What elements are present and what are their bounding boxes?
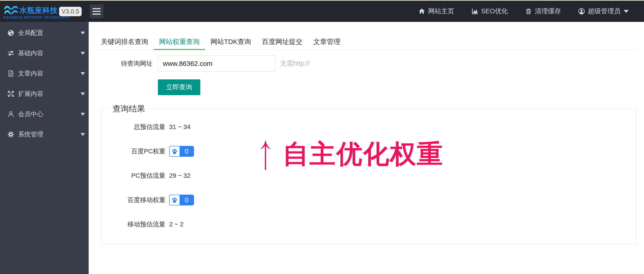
result-legend: 查询结果 [108,103,150,114]
user-circle-icon [578,8,585,15]
tab-site-weight[interactable]: 网站权重查询 [154,34,205,50]
result-row-baidu-pc-weight: 百度PC权重 0 [101,145,636,158]
nav-item-label: 清理缓存 [535,7,561,16]
baidu-paw-icon [170,195,180,205]
baidu-paw-icon [170,146,180,156]
sidebar-item-member-center[interactable]: 会员中心 [0,104,89,124]
nav-item-admin-user[interactable]: 超级管理员 [570,1,637,22]
sidebar-item-label: 系统管理 [18,130,43,139]
result-label: 百度PC权重 [101,147,165,156]
nav-item-clear-cache[interactable]: 清理缓存 [516,1,570,22]
home-icon [418,8,425,15]
expand-arrows-icon [8,90,14,97]
tab-baidu-url-submit[interactable]: 百度网址提交 [256,34,308,50]
sidebar-item-basic-content[interactable]: 基础内容 [0,43,89,63]
baidu-weight-badge[interactable]: 0 [169,146,194,157]
document-icon [8,70,14,77]
query-now-button[interactable]: 立即查询 [158,80,200,95]
caret-down-icon [624,10,629,13]
query-result-panel: 查询结果 总预估流量 31 ~ 34 百度PC权重 0 [101,108,636,244]
result-label: 移动预估流量 [101,220,165,229]
tab-site-tdk[interactable]: 网站TDK查询 [205,34,256,50]
result-row-total-traffic: 总预估流量 31 ~ 34 [101,121,636,133]
hamburger-icon [92,8,100,9]
url-hint-text: 无需http:// [280,59,310,68]
sidebar-item-label: 文章内容 [18,69,43,78]
waves-logo-icon [4,5,18,16]
tab-bar: 关键词排名查询 网站权重查询 网站TDK查询 百度网址提交 文章管理 [96,34,637,50]
result-row-baidu-mobile-weight: 百度移动权重 0 [101,194,636,206]
baidu-weight-value: 0 [180,195,194,205]
sidebar: 全局配置 基础内容 文章内容 扩展内容 [0,22,89,274]
result-row-pc-traffic: PC预估流量 29 ~ 32 [101,169,636,182]
brand-title: 水瓶座科技 [20,6,58,16]
url-input[interactable] [158,55,276,72]
nav-item-label: 超级管理员 [588,7,620,16]
person-icon [8,111,14,118]
sidebar-item-label: 基础内容 [18,49,43,58]
nav-item-seo[interactable]: SEO优化 [463,1,516,22]
main-content: 关键词排名查询 网站权重查询 网站TDK查询 百度网址提交 文章管理 待查询网址… [89,22,644,274]
nav-item-site-home[interactable]: 网站主页 [410,1,463,22]
nav-item-label: SEO优化 [481,7,508,16]
result-value: 31 ~ 34 [169,123,190,130]
nav-item-label: 网站主页 [428,7,454,16]
url-field-label: 待查询网址 [96,59,152,68]
tab-keyword-ranking[interactable]: 关键词排名查询 [96,34,154,50]
sidebar-toggle-button[interactable] [90,4,104,18]
sidebar-item-label: 扩展内容 [18,90,43,98]
query-form-row: 待查询网址 无需http:// [96,55,637,72]
area-chart-icon [472,8,478,15]
sidebar-item-system-management[interactable]: 系统管理 [0,124,89,144]
tab-article-management[interactable]: 文章管理 [308,34,346,50]
sidebar-item-article-content[interactable]: 文章内容 [0,63,89,84]
caret-down-icon [80,113,85,116]
version-badge: V3.0.5 [59,7,82,16]
sidebar-item-label: 全局配置 [18,29,43,37]
result-value: 29 ~ 32 [169,172,190,179]
caret-down-icon [80,72,85,75]
sidebar-item-extended-content[interactable]: 扩展内容 [0,84,89,104]
result-label: PC预估流量 [101,172,165,180]
gear-icon [8,131,14,138]
baidu-weight-value: 0 [180,146,194,156]
logo[interactable]: 水瓶座科技 V3.0.5 AQUARIUS NETWORK TECHNOLOGY [0,1,89,22]
caret-down-icon [80,52,85,55]
globe-icon [8,30,14,36]
brand-subtitle: AQUARIUS NETWORK TECHNOLOGY [3,16,70,19]
submit-row: 立即查询 [96,80,637,95]
sidebar-item-global-config[interactable]: 全局配置 [0,23,89,43]
result-row-mobile-traffic: 移动预估流量 2 ~ 2 [101,218,636,231]
caret-down-icon [80,32,85,34]
sliders-icon [8,50,14,56]
sidebar-item-label: 会员中心 [18,110,43,118]
trash-icon [525,8,532,15]
result-value: 2 ~ 2 [169,221,184,228]
baidu-weight-badge[interactable]: 0 [169,194,194,206]
result-label: 总预估流量 [101,123,165,131]
caret-down-icon [80,133,85,136]
header-bar: 水瓶座科技 V3.0.5 AQUARIUS NETWORK TECHNOLOGY… [0,1,644,22]
caret-down-icon [80,92,85,96]
header-nav: 网站主页 SEO优化 清理缓存 超级管理员 [410,1,644,22]
result-label: 百度移动权重 [101,196,165,204]
